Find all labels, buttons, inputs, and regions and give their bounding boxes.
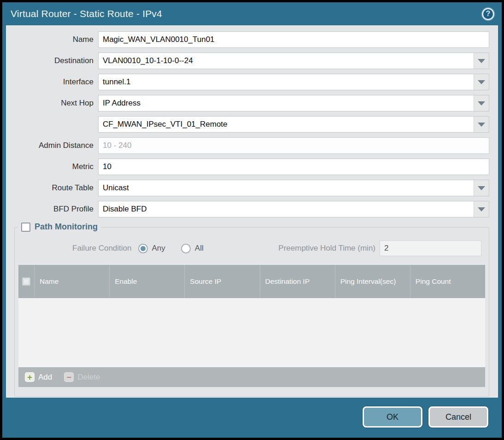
next-hop-address-input[interactable] [99, 117, 474, 132]
table-body-empty [18, 298, 485, 367]
name-input[interactable] [98, 31, 489, 48]
all-radio-label: All [195, 244, 204, 253]
dialog-titlebar: Virtual Router - Static Route - IPv4 ? [2, 2, 502, 25]
failure-condition-label: Failure Condition [72, 244, 132, 253]
destination-row: Destination [6, 53, 489, 69]
column-header-destination-ip[interactable]: Destination IP [260, 265, 335, 298]
destination-label: Destination [6, 56, 98, 65]
table-header-row: Name Enable Source IP Destination IP Pin… [18, 265, 485, 298]
admin-distance-label: Admin Distance [6, 141, 98, 150]
chevron-down-icon [478, 101, 485, 106]
column-header-enable[interactable]: Enable [110, 265, 185, 298]
column-header-ping-interval[interactable]: Ping Interval(sec) [335, 265, 410, 298]
add-button-label: Add [38, 373, 52, 382]
delete-button[interactable]: − Delete [64, 372, 100, 382]
delete-button-label: Delete [77, 373, 100, 382]
static-route-dialog: Virtual Router - Static Route - IPv4 ? N… [2, 2, 502, 438]
next-hop-dropdown-button[interactable] [474, 95, 489, 111]
add-button[interactable]: + Add [25, 372, 52, 382]
table-toolbar: + Add − Delete [18, 367, 485, 387]
any-radio-label: Any [152, 244, 165, 253]
next-hop-address-dropdown-button[interactable] [474, 117, 489, 132]
ok-button[interactable]: OK [363, 406, 422, 428]
bfd-profile-dropdown-button[interactable] [474, 201, 489, 217]
next-hop-address-row [6, 116, 489, 133]
metric-input[interactable] [98, 158, 489, 175]
interface-input[interactable] [99, 74, 474, 90]
interface-label: Interface [6, 77, 98, 87]
next-hop-type-input[interactable] [99, 95, 474, 111]
dialog-title: Virtual Router - Static Route - IPv4 [11, 8, 162, 19]
chevron-down-icon [478, 207, 485, 211]
path-monitoring-legend: Path Monitoring [18, 222, 101, 232]
cancel-button[interactable]: Cancel [428, 406, 488, 428]
bfd-profile-label: BFD Profile [6, 205, 98, 214]
next-hop-row: Next Hop [6, 95, 489, 111]
select-all-checkbox[interactable] [22, 277, 30, 286]
route-table-input[interactable] [99, 180, 474, 196]
chevron-down-icon [478, 59, 485, 63]
column-header-name[interactable]: Name [35, 265, 110, 298]
minus-icon: − [64, 372, 74, 382]
plus-icon: + [25, 372, 35, 382]
failure-condition-any-radio[interactable] [138, 244, 148, 253]
next-hop-label: Next Hop [6, 99, 98, 108]
column-header-source-ip[interactable]: Source IP [185, 265, 260, 298]
metric-label: Metric [6, 162, 98, 171]
failure-condition-all-radio[interactable] [181, 244, 191, 253]
route-table-row: Route Table [6, 180, 489, 196]
path-monitoring-table: Name Enable Source IP Destination IP Pin… [18, 265, 485, 387]
bfd-profile-input[interactable] [99, 201, 474, 217]
chevron-down-icon [478, 186, 485, 190]
path-monitoring-title: Path Monitoring [35, 222, 98, 232]
path-monitoring-section: Path Monitoring Failure Condition Any Al… [14, 227, 489, 397]
admin-distance-row: Admin Distance [6, 137, 489, 154]
name-row: Name [6, 31, 489, 48]
route-form: Name Destination Interface [6, 26, 498, 217]
metric-row: Metric [6, 158, 489, 175]
route-table-label: Route Table [6, 183, 98, 193]
preemptive-hold-time-label: Preemptive Hold Time (min) [278, 244, 375, 253]
destination-input[interactable] [99, 53, 474, 69]
interface-dropdown-button[interactable] [474, 74, 489, 90]
failure-condition-row: Failure Condition Any All Preemptive Hol… [15, 228, 489, 257]
destination-dropdown-button[interactable] [474, 53, 489, 69]
help-glyph: ? [486, 10, 491, 18]
dialog-footer: OK Cancel [363, 406, 488, 428]
name-label: Name [6, 35, 98, 44]
preemptive-hold-time-input[interactable] [380, 241, 481, 256]
chevron-down-icon [478, 80, 485, 84]
admin-distance-input[interactable] [98, 137, 489, 154]
dialog-body: Name Destination Interface [6, 25, 498, 398]
route-table-dropdown-button[interactable] [474, 180, 489, 196]
interface-row: Interface [6, 74, 489, 90]
chevron-down-icon [478, 123, 485, 127]
help-icon[interactable]: ? [482, 8, 494, 20]
path-monitoring-checkbox[interactable] [21, 223, 30, 232]
table-header-select [18, 265, 35, 298]
column-header-ping-count[interactable]: Ping Count [410, 265, 485, 298]
bfd-profile-row: BFD Profile [6, 201, 489, 217]
